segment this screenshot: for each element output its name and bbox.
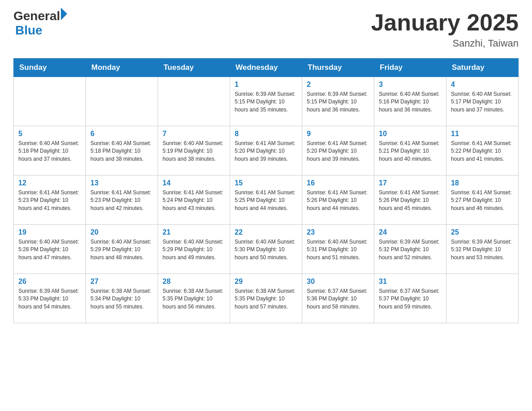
- day-info: Sunrise: 6:40 AM Sunset: 5:18 PM Dayligh…: [90, 140, 153, 163]
- day-cell: 5Sunrise: 6:40 AM Sunset: 5:18 PM Daylig…: [14, 126, 86, 176]
- col-sunday: Sunday: [14, 59, 86, 77]
- day-info: Sunrise: 6:39 AM Sunset: 5:33 PM Dayligh…: [18, 287, 81, 311]
- day-number: 18: [451, 179, 514, 187]
- day-info: Sunrise: 6:38 AM Sunset: 5:35 PM Dayligh…: [163, 287, 225, 311]
- day-cell: 4Sunrise: 6:40 AM Sunset: 5:17 PM Daylig…: [446, 77, 519, 126]
- week-row-1: 1Sunrise: 6:39 AM Sunset: 5:15 PM Daylig…: [14, 77, 519, 126]
- day-cell: 17Sunrise: 6:41 AM Sunset: 5:26 PM Dayli…: [374, 176, 446, 225]
- day-info: Sunrise: 6:40 AM Sunset: 5:17 PM Dayligh…: [451, 90, 514, 114]
- day-info: Sunrise: 6:40 AM Sunset: 5:18 PM Dayligh…: [18, 140, 81, 163]
- day-number: 17: [379, 179, 442, 187]
- page-header: General Blue January 2025 Sanzhi, Taiwan: [13, 9, 519, 49]
- day-info: Sunrise: 6:41 AM Sunset: 5:27 PM Dayligh…: [451, 189, 514, 212]
- day-number: 21: [163, 228, 225, 236]
- day-cell: [158, 77, 230, 126]
- title-section: January 2025 Sanzhi, Taiwan: [371, 9, 519, 49]
- day-cell: 21Sunrise: 6:40 AM Sunset: 5:29 PM Dayli…: [158, 225, 230, 274]
- day-info: Sunrise: 6:41 AM Sunset: 5:26 PM Dayligh…: [307, 189, 369, 212]
- day-number: 4: [451, 81, 514, 89]
- day-cell: 31Sunrise: 6:37 AM Sunset: 5:37 PM Dayli…: [374, 274, 446, 323]
- day-number: 31: [379, 278, 442, 286]
- day-info: Sunrise: 6:40 AM Sunset: 5:29 PM Dayligh…: [163, 238, 225, 261]
- day-info: Sunrise: 6:41 AM Sunset: 5:23 PM Dayligh…: [18, 189, 81, 212]
- day-info: Sunrise: 6:39 AM Sunset: 5:15 PM Dayligh…: [235, 90, 297, 114]
- day-number: 15: [235, 179, 297, 187]
- day-cell: 12Sunrise: 6:41 AM Sunset: 5:23 PM Dayli…: [14, 176, 86, 225]
- calendar-subtitle: Sanzhi, Taiwan: [371, 38, 519, 49]
- day-info: Sunrise: 6:40 AM Sunset: 5:16 PM Dayligh…: [379, 90, 442, 114]
- day-cell: 30Sunrise: 6:37 AM Sunset: 5:36 PM Dayli…: [302, 274, 374, 323]
- day-cell: 18Sunrise: 6:41 AM Sunset: 5:27 PM Dayli…: [446, 176, 519, 225]
- day-cell: 28Sunrise: 6:38 AM Sunset: 5:35 PM Dayli…: [158, 274, 230, 323]
- day-cell: 10Sunrise: 6:41 AM Sunset: 5:21 PM Dayli…: [374, 126, 446, 176]
- week-row-4: 19Sunrise: 6:40 AM Sunset: 5:28 PM Dayli…: [14, 225, 519, 274]
- day-cell: 8Sunrise: 6:41 AM Sunset: 5:20 PM Daylig…: [230, 126, 302, 176]
- logo: General Blue: [13, 9, 67, 38]
- day-number: 16: [307, 179, 369, 187]
- day-number: 25: [451, 228, 514, 236]
- logo-arrow-icon: [61, 8, 67, 20]
- day-cell: 15Sunrise: 6:41 AM Sunset: 5:25 PM Dayli…: [230, 176, 302, 225]
- day-number: 11: [451, 130, 514, 138]
- col-monday: Monday: [86, 59, 158, 77]
- day-number: 20: [90, 228, 153, 236]
- calendar-title: January 2025: [371, 9, 519, 36]
- day-info: Sunrise: 6:39 AM Sunset: 5:32 PM Dayligh…: [451, 238, 514, 261]
- day-cell: 6Sunrise: 6:40 AM Sunset: 5:18 PM Daylig…: [86, 126, 158, 176]
- day-info: Sunrise: 6:40 AM Sunset: 5:19 PM Dayligh…: [163, 140, 225, 163]
- calendar-table: Sunday Monday Tuesday Wednesday Thursday…: [13, 58, 519, 323]
- day-number: 12: [18, 179, 81, 187]
- day-cell: 24Sunrise: 6:39 AM Sunset: 5:32 PM Dayli…: [374, 225, 446, 274]
- day-info: Sunrise: 6:41 AM Sunset: 5:20 PM Dayligh…: [307, 140, 369, 163]
- day-cell: 7Sunrise: 6:40 AM Sunset: 5:19 PM Daylig…: [158, 126, 230, 176]
- day-number: 19: [18, 228, 81, 236]
- day-number: 5: [18, 130, 81, 138]
- day-number: 13: [90, 179, 153, 187]
- day-cell: [86, 77, 158, 126]
- day-cell: 25Sunrise: 6:39 AM Sunset: 5:32 PM Dayli…: [446, 225, 519, 274]
- day-info: Sunrise: 6:40 AM Sunset: 5:29 PM Dayligh…: [90, 238, 153, 261]
- col-wednesday: Wednesday: [230, 59, 302, 77]
- day-number: 27: [90, 278, 153, 286]
- day-cell: 13Sunrise: 6:41 AM Sunset: 5:23 PM Dayli…: [86, 176, 158, 225]
- day-cell: 16Sunrise: 6:41 AM Sunset: 5:26 PM Dayli…: [302, 176, 374, 225]
- day-info: Sunrise: 6:41 AM Sunset: 5:25 PM Dayligh…: [235, 189, 297, 212]
- day-number: 14: [163, 179, 225, 187]
- day-info: Sunrise: 6:41 AM Sunset: 5:20 PM Dayligh…: [235, 140, 297, 163]
- day-info: Sunrise: 6:37 AM Sunset: 5:36 PM Dayligh…: [307, 287, 369, 311]
- day-cell: [14, 77, 86, 126]
- col-tuesday: Tuesday: [158, 59, 230, 77]
- day-number: 9: [307, 130, 369, 138]
- day-number: 3: [379, 81, 442, 89]
- day-cell: 1Sunrise: 6:39 AM Sunset: 5:15 PM Daylig…: [230, 77, 302, 126]
- day-number: 24: [379, 228, 442, 236]
- day-info: Sunrise: 6:40 AM Sunset: 5:28 PM Dayligh…: [18, 238, 81, 261]
- logo-general-text: General: [13, 9, 60, 23]
- calendar-header-row: Sunday Monday Tuesday Wednesday Thursday…: [14, 59, 519, 77]
- day-cell: 26Sunrise: 6:39 AM Sunset: 5:33 PM Dayli…: [14, 274, 86, 323]
- day-number: 26: [18, 278, 81, 286]
- day-cell: 14Sunrise: 6:41 AM Sunset: 5:24 PM Dayli…: [158, 176, 230, 225]
- week-row-5: 26Sunrise: 6:39 AM Sunset: 5:33 PM Dayli…: [14, 274, 519, 323]
- day-cell: 22Sunrise: 6:40 AM Sunset: 5:30 PM Dayli…: [230, 225, 302, 274]
- day-info: Sunrise: 6:39 AM Sunset: 5:32 PM Dayligh…: [379, 238, 442, 261]
- week-row-3: 12Sunrise: 6:41 AM Sunset: 5:23 PM Dayli…: [14, 176, 519, 225]
- day-number: 6: [90, 130, 153, 138]
- day-info: Sunrise: 6:41 AM Sunset: 5:23 PM Dayligh…: [90, 189, 153, 212]
- day-info: Sunrise: 6:37 AM Sunset: 5:37 PM Dayligh…: [379, 287, 442, 311]
- day-info: Sunrise: 6:41 AM Sunset: 5:26 PM Dayligh…: [379, 189, 442, 212]
- col-thursday: Thursday: [302, 59, 374, 77]
- day-cell: 11Sunrise: 6:41 AM Sunset: 5:22 PM Dayli…: [446, 126, 519, 176]
- day-cell: 20Sunrise: 6:40 AM Sunset: 5:29 PM Dayli…: [86, 225, 158, 274]
- day-number: 1: [235, 81, 297, 89]
- day-number: 7: [163, 130, 225, 138]
- day-cell: 9Sunrise: 6:41 AM Sunset: 5:20 PM Daylig…: [302, 126, 374, 176]
- day-number: 22: [235, 228, 297, 236]
- day-number: 30: [307, 278, 369, 286]
- day-info: Sunrise: 6:39 AM Sunset: 5:15 PM Dayligh…: [307, 90, 369, 114]
- day-number: 29: [235, 278, 297, 286]
- day-cell: 29Sunrise: 6:38 AM Sunset: 5:35 PM Dayli…: [230, 274, 302, 323]
- day-info: Sunrise: 6:41 AM Sunset: 5:21 PM Dayligh…: [379, 140, 442, 163]
- day-cell: 23Sunrise: 6:40 AM Sunset: 5:31 PM Dayli…: [302, 225, 374, 274]
- day-info: Sunrise: 6:38 AM Sunset: 5:34 PM Dayligh…: [90, 287, 153, 311]
